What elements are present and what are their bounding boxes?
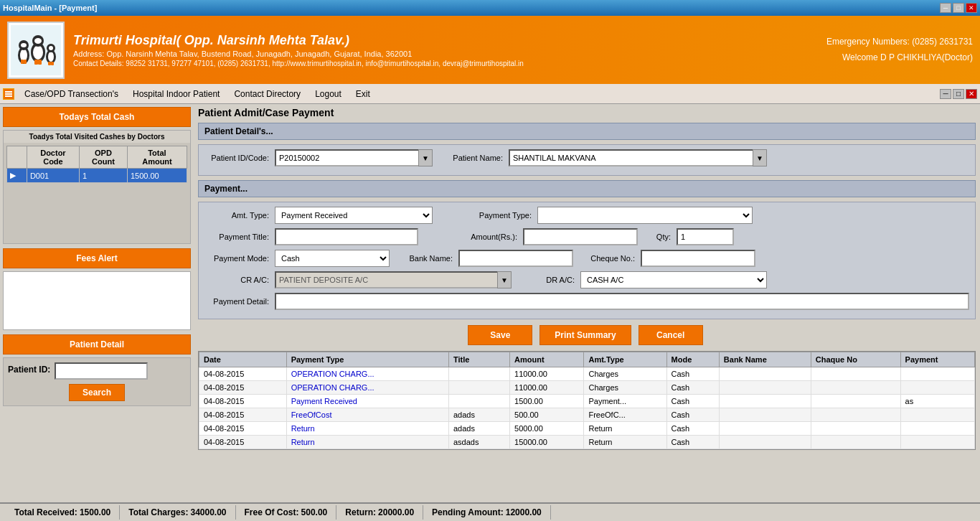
table-row[interactable]: 04-08-2015 OPERATION CHARG... 11000.00 C… (199, 381, 975, 395)
svg-rect-12 (38, 60, 42, 65)
menu-icon (3, 88, 14, 100)
qty-label: Qty: (649, 233, 671, 241)
payment-mode-select[interactable]: Cash Cheque Online (275, 250, 390, 267)
emergency-info: Emergency Numbers: (0285) 2631731 Welcom… (826, 34, 973, 65)
qty-field[interactable] (677, 228, 734, 245)
svg-rect-20 (5, 91, 12, 93)
mode-cell: Cash (666, 422, 719, 436)
payment-type-cell: Return (286, 422, 448, 436)
payment-form: Amt. Type: Payment Received Charges Free… (198, 202, 976, 319)
cr-ac-dropdown[interactable]: ▼ (497, 271, 512, 288)
menu-logout[interactable]: Logout (308, 86, 349, 102)
logo-image (11, 25, 61, 75)
pending-value: 12000.00 (506, 507, 542, 517)
cancel-button[interactable]: Cancel (639, 325, 703, 345)
title-text: HospitalMain - [Payment] (3, 4, 97, 12)
welcome-text: Welcome D P CHIKHLIYA(Doctor) (826, 50, 973, 66)
chaque-no-cell (811, 436, 900, 449)
doctor-table-container: DoctorCode OPDCount TotalAmount ▶ D001 1… (4, 143, 190, 243)
chaque-no-cell (811, 408, 900, 422)
pending-label: Pending Amount: (432, 507, 504, 517)
svg-rect-5 (21, 60, 24, 64)
date-cell: 04-08-2015 (199, 408, 287, 422)
svg-rect-17 (48, 62, 51, 65)
patient-name-combo: ▼ (509, 149, 767, 166)
th-opd-count: OPDCount (79, 146, 127, 169)
today-visited-section: Toadys Total Visited Cashes by Doctors D… (3, 130, 191, 244)
amt-type-label: Amt. Type: (204, 211, 269, 220)
table-row[interactable]: 04-08-2015 Return adads 5000.00 Return C… (199, 422, 975, 436)
dr-ac-select[interactable]: CASH A/C (580, 271, 767, 288)
payment-row3: Payment Mode: Cash Cheque Online Bank Na… (204, 250, 969, 267)
header: Trimurti Hospital( Opp. Narsinh Mehta Ta… (0, 16, 980, 84)
cr-ac-field[interactable] (275, 271, 497, 288)
payment-type-cell: FreeOfCost (286, 408, 448, 422)
page-title: Patient Admit/Case Payment (198, 107, 976, 118)
menu-case-opd[interactable]: Case/OPD Transection's (17, 86, 126, 102)
print-summary-button[interactable]: Print Summary (540, 325, 631, 345)
menu-exit[interactable]: Exit (349, 86, 377, 102)
ws-minimize[interactable]: ─ (940, 89, 951, 99)
menubar: Case/OPD Transection's Hospital Indoor P… (0, 84, 980, 104)
table-row[interactable]: ▶ D001 1 1500.00 (7, 169, 187, 183)
bank-name-field[interactable] (458, 250, 573, 267)
payment-type-combo (537, 207, 753, 224)
hospital-contact: Contact Details: 98252 31731, 97277 4710… (73, 60, 826, 67)
payment-type-select[interactable] (537, 207, 753, 224)
svg-point-8 (33, 45, 43, 60)
chaque-no-cell (811, 367, 900, 381)
total-received-label: Total Received: (14, 507, 77, 517)
menu-contact-directory[interactable]: Contact Directory (227, 86, 308, 102)
patient-name-field[interactable] (509, 149, 753, 166)
patient-id-input[interactable] (55, 362, 148, 380)
th-mode: Mode (666, 352, 719, 367)
payment-type-cell: OPERATION CHARG... (286, 367, 448, 381)
today-visited-title: Toadys Total Visited Cashes by Doctors (4, 131, 190, 143)
mode-cell: Cash (666, 408, 719, 422)
window-size-controls: ─ □ ✕ (940, 89, 977, 99)
chaque-no-cell (811, 422, 900, 436)
menu-hospital-indoor[interactable]: Hospital Indoor Patient (126, 86, 227, 102)
payment-type-cell: OPERATION CHARG... (286, 381, 448, 395)
ws-restore[interactable]: □ (953, 89, 964, 99)
table-row[interactable]: 04-08-2015 OPERATION CHARG... 11000.00 C… (199, 367, 975, 381)
ws-close[interactable]: ✕ (966, 89, 977, 99)
th-amt-type: Amt.Type (584, 352, 666, 367)
minimize-btn[interactable]: ─ (940, 3, 951, 13)
save-button[interactable]: Save (468, 325, 532, 345)
th-amount: Amount (510, 352, 584, 367)
amount-cell: 11000.00 (510, 367, 584, 381)
payment-cell (900, 367, 974, 381)
left-panel: Todays Total Cash Toadys Total Visited C… (0, 104, 194, 521)
bank-name-label: Bank Name: (402, 254, 453, 263)
payment-detail-field[interactable] (275, 293, 969, 310)
bank-name-cell (719, 436, 811, 449)
amt-type-select[interactable]: Payment Received Charges FreeOfCost Retu… (275, 207, 433, 224)
payment-cell (900, 408, 974, 422)
opd-count-cell: 1 (79, 169, 127, 183)
table-row[interactable]: 04-08-2015 Return asdads 15000.00 Return… (199, 436, 975, 449)
close-btn[interactable]: ✕ (966, 3, 977, 13)
table-row[interactable]: 04-08-2015 FreeOfCost adads 500.00 FreeO… (199, 408, 975, 422)
patient-name-dropdown[interactable]: ▼ (753, 149, 767, 166)
fees-alert-header: Fees Alert (3, 248, 191, 268)
payment-title-field[interactable] (275, 228, 418, 245)
th-doctor-code: DoctorCode (27, 146, 79, 169)
restore-btn[interactable]: □ (953, 3, 964, 13)
bank-name-cell (719, 395, 811, 408)
fees-alert-section (3, 271, 191, 330)
svg-point-16 (49, 46, 53, 50)
dr-ac-combo: CASH A/C (580, 271, 767, 288)
pending-amount: Pending Amount: 12000.00 (423, 505, 551, 520)
svg-rect-18 (51, 62, 54, 65)
hospital-name: Trimurti Hospital( Opp. Narsinh Mehta Ta… (73, 33, 826, 48)
amount-field[interactable] (523, 228, 638, 245)
cheque-no-field[interactable] (641, 250, 755, 267)
table-row[interactable]: 04-08-2015 Payment Received 1500.00 Paym… (199, 395, 975, 408)
patient-id-dropdown[interactable]: ▼ (418, 149, 433, 166)
total-amount-cell: 1500.00 (127, 169, 187, 183)
amount-label: Amount(Rs.): (453, 233, 517, 241)
patient-id-field[interactable] (275, 149, 418, 166)
patient-id-row: Patient ID: (8, 362, 186, 380)
search-button[interactable]: Search (69, 384, 125, 401)
